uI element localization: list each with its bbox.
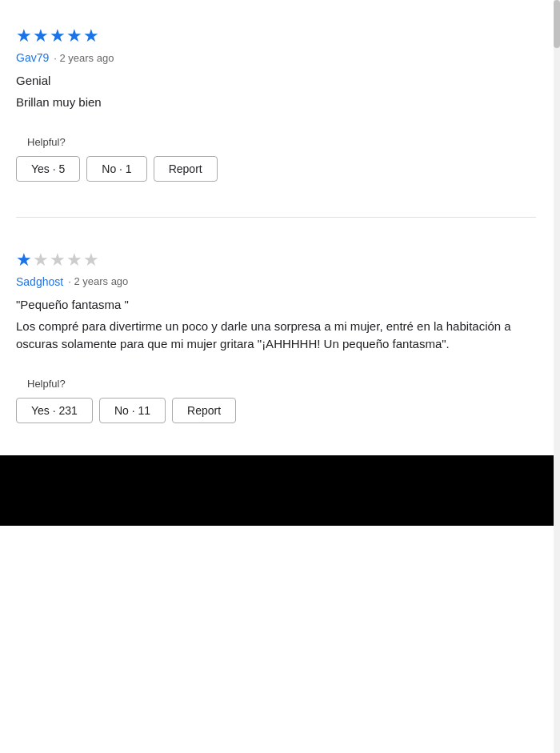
star-1-1: ★: [16, 26, 32, 46]
reviewer-date-2: · 2 years ago: [68, 275, 128, 287]
review-block-1: ★ ★ ★ ★ ★ Gav79 · 2 years ago Genial Bri…: [16, 13, 536, 198]
star-1-3: ★: [50, 26, 66, 46]
star-2-1: ★: [16, 250, 32, 270]
helpful-label-1: Helpful?: [27, 136, 536, 148]
review-block-2: ★ ★ ★ ★ ★ Sadghost · 2 years ago "Pequeñ…: [16, 237, 536, 439]
star-rating-2: ★ ★ ★ ★ ★: [16, 250, 536, 270]
reviewer-line-1: Gav79 · 2 years ago: [16, 51, 536, 64]
review-body-1: Brillan muy bien: [16, 94, 536, 112]
scrollbar-thumb[interactable]: [554, 0, 560, 48]
star-2-3: ★: [50, 250, 66, 270]
reviewer-name-2[interactable]: Sadghost: [16, 275, 63, 288]
report-button-2[interactable]: Report: [172, 398, 236, 423]
no-button-2[interactable]: No · 11: [99, 398, 166, 423]
review-title-2: "Pequeño fantasma ": [16, 298, 536, 311]
no-button-1[interactable]: No · 1: [86, 156, 146, 182]
star-1-2: ★: [33, 26, 49, 46]
reviews-container: ★ ★ ★ ★ ★ Gav79 · 2 years ago Genial Bri…: [0, 0, 552, 439]
yes-button-2[interactable]: Yes · 231: [16, 398, 93, 423]
reviewer-date-1: · 2 years ago: [54, 52, 114, 64]
scrollbar-track[interactable]: [554, 0, 560, 753]
star-rating-1: ★ ★ ★ ★ ★: [16, 26, 536, 46]
black-bar: [0, 455, 560, 526]
review-title-1: Genial: [16, 74, 536, 87]
review-body-2: Los compré para divertirme un poco y dar…: [16, 318, 536, 354]
review-divider: [16, 217, 536, 218]
reviewer-name-1[interactable]: Gav79: [16, 51, 49, 64]
report-button-1[interactable]: Report: [154, 156, 218, 182]
star-1-5: ★: [83, 26, 99, 46]
star-2-2: ★: [33, 250, 49, 270]
star-2-5: ★: [83, 250, 99, 270]
helpful-label-2: Helpful?: [27, 378, 536, 390]
helpful-buttons-2: Yes · 231 No · 11 Report: [16, 398, 536, 423]
star-2-4: ★: [66, 250, 82, 270]
reviewer-line-2: Sadghost · 2 years ago: [16, 275, 536, 288]
yes-button-1[interactable]: Yes · 5: [16, 156, 80, 182]
helpful-buttons-1: Yes · 5 No · 1 Report: [16, 156, 536, 182]
star-1-4: ★: [66, 26, 82, 46]
